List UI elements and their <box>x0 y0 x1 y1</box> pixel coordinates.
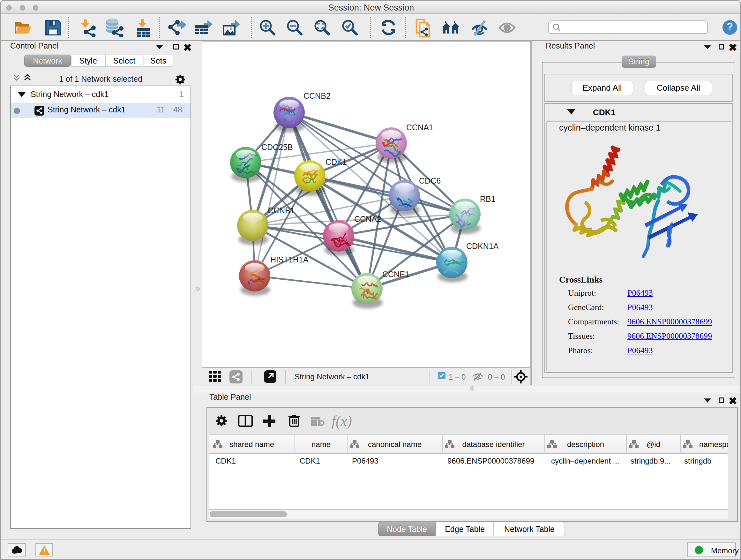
svg-text:CCNB2: CCNB2 <box>304 91 331 100</box>
svg-text:CDK1: CDK1 <box>326 158 347 166</box>
svg-text:CDKN1A: CDKN1A <box>466 242 499 251</box>
svg-text:HIST1H1A: HIST1H1A <box>270 255 309 264</box>
svg-text:CCNA1: CCNA1 <box>406 123 433 132</box>
svg-text:CCNE1: CCNE1 <box>382 270 409 279</box>
svg-text:CDC25B: CDC25B <box>261 143 293 152</box>
svg-text:CDC6: CDC6 <box>419 176 441 185</box>
svg-text:CCNB1: CCNB1 <box>268 206 295 215</box>
svg-text:CCNA2: CCNA2 <box>354 214 381 224</box>
svg-text:RB1: RB1 <box>480 194 495 203</box>
